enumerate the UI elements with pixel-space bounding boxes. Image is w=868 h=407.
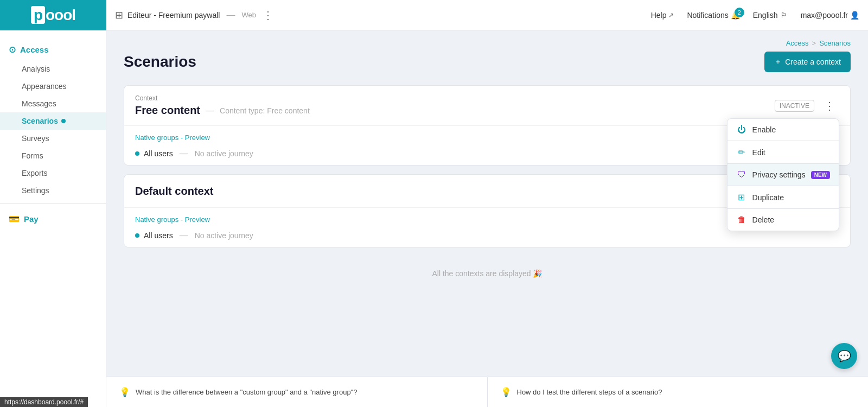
context-card-free-content: Context Free content — Content type: Fre… (124, 85, 851, 166)
sidebar-item-surveys[interactable]: Surveys (0, 130, 106, 147)
faq-text-2: How do I test the different steps of a s… (517, 388, 662, 396)
nav-right: Help ↗ Notifications 🔔 2 English 🏳 max@p… (651, 11, 859, 20)
sidebar-item-settings[interactable]: Settings (0, 182, 106, 199)
external-link-icon: ↗ (668, 11, 674, 19)
no-journey-default: No active journey (195, 231, 253, 240)
faq-item-2[interactable]: 💡 How do I test the different steps of a… (488, 377, 869, 407)
breadcrumb: Access > Scenarios (124, 30, 851, 52)
sidebar-header-pay[interactable]: 💳 Pay (0, 208, 106, 230)
dropdown-privacy[interactable]: 🛡 Privacy settings NEW (727, 164, 839, 186)
sidebar-item-analysis[interactable]: Analysis (0, 60, 106, 78)
user-avatar-icon: 👤 (850, 11, 859, 20)
main-content: Access > Scenarios Scenarios ＋ Create a … (106, 30, 868, 407)
sidebar-analysis-label: Analysis (22, 65, 50, 73)
sidebar-pay-label: Pay (24, 214, 39, 224)
sidebar-settings-label: Settings (22, 186, 49, 195)
sidebar-item-messages[interactable]: Messages (0, 95, 106, 112)
active-dot (61, 119, 66, 123)
status-url: https://dashboard.poool.fr/# (4, 398, 84, 406)
sidebar-item-scenarios[interactable]: Scenarios (0, 112, 106, 130)
breadcrumb-access[interactable]: Access (786, 39, 809, 47)
language-label: English (753, 11, 778, 20)
native-groups-link-free[interactable]: Native groups - Preview (135, 133, 210, 142)
faq-bulb-2: 💡 (501, 387, 512, 397)
faq-text-1: What is the difference between a "custom… (136, 388, 357, 396)
sidebar-divider (0, 204, 106, 204)
user-label-free: All users (144, 149, 173, 158)
sidebar-item-forms[interactable]: Forms (0, 147, 106, 164)
logo[interactable]: poool (0, 0, 106, 30)
page-title: Scenarios (124, 53, 196, 71)
user-label-default: All users (144, 231, 173, 240)
breadcrumb-current: Scenarios (819, 39, 851, 47)
no-journey-free: No active journey (195, 149, 253, 158)
help-label: Help (651, 11, 667, 20)
user-email: max@poool.fr (801, 11, 848, 20)
chat-icon: 💬 (838, 349, 851, 363)
pay-icon: 💳 (9, 214, 20, 224)
context-type-free: Content type: Free content (220, 106, 310, 115)
access-icon: ⊙ (9, 44, 16, 55)
dropdown-enable-label: Enable (752, 125, 776, 134)
inactive-badge: INACTIVE (775, 100, 814, 112)
chat-button[interactable]: 💬 (831, 343, 857, 369)
context-name-free: Free content (135, 104, 200, 117)
dropdown-privacy-label: Privacy settings (752, 170, 806, 179)
language-selector[interactable]: English 🏳 (753, 11, 788, 20)
dropdown-edit-label: Edit (752, 148, 765, 157)
user-dot-default (135, 233, 139, 238)
dropdown-enable[interactable]: ⏻ Enable (727, 119, 839, 141)
notifications-label: Notifications (687, 11, 728, 20)
notifications-button[interactable]: Notifications 🔔 2 (687, 11, 739, 20)
pencil-icon: ✏ (736, 147, 747, 157)
notifications-badge: 2 (735, 8, 744, 17)
status-bar: https://dashboard.poool.fr/# (0, 397, 88, 407)
plus-icon: ＋ (774, 57, 782, 67)
editor-title: Editeur - Freemium paywall (127, 11, 220, 20)
sidebar-item-exports[interactable]: Exports (0, 164, 106, 182)
sidebar-header-access[interactable]: ⊙ Access (0, 39, 106, 60)
more-options-icon[interactable]: ⋮ (263, 9, 273, 22)
all-contexts-displayed: All the contexts are displayed 🎉 (124, 256, 851, 291)
context-title-row-free: Free content — Content type: Free conten… (135, 104, 310, 117)
user-menu[interactable]: max@poool.fr 👤 (801, 11, 859, 20)
faq-item-1[interactable]: 💡 What is the difference between a "cust… (106, 377, 488, 407)
flag-icon: 🏳 (780, 11, 788, 20)
dropdown-delete[interactable]: 🗑 Delete (727, 209, 839, 231)
sidebar-access-label: Access (20, 45, 49, 54)
shield-icon: 🛡 (736, 170, 747, 180)
logo-rest: oool (46, 7, 75, 23)
help-button[interactable]: Help ↗ (651, 11, 674, 20)
breadcrumb-sep: > (812, 39, 816, 47)
grid-icon[interactable]: ⊞ (115, 9, 123, 21)
context-more-button[interactable]: ⋮ (820, 98, 839, 113)
editor-sep: — (226, 10, 235, 20)
new-badge: NEW (811, 171, 830, 179)
user-sep-free: — (180, 149, 188, 158)
create-btn-label: Create a context (785, 58, 841, 66)
context-sep-free: — (206, 106, 214, 116)
editor-platform: Web (241, 11, 256, 19)
user-sep-default: — (180, 231, 188, 240)
trash-icon: 🗑 (736, 215, 747, 225)
native-groups-link-default[interactable]: Native groups - Preview (135, 215, 210, 224)
dropdown-delete-label: Delete (752, 215, 774, 224)
layout: ⊙ Access Analysis Appearances Messages S… (0, 30, 868, 407)
page-header: Scenarios ＋ Create a context (124, 52, 851, 72)
sidebar-item-appearances[interactable]: Appearances (0, 78, 106, 95)
context-title-row-default: Default context (135, 185, 213, 198)
top-navigation: poool ⊞ Editeur - Freemium paywall — Web… (0, 0, 868, 30)
sidebar-exports-label: Exports (22, 169, 47, 177)
context-header-right-free: INACTIVE ⋮ (775, 98, 839, 113)
nav-center: ⊞ Editeur - Freemium paywall — Web ⋮ (115, 9, 651, 22)
context-name-default: Default context (135, 185, 213, 198)
dropdown-duplicate[interactable]: ⊞ Duplicate (727, 186, 839, 208)
sidebar: ⊙ Access Analysis Appearances Messages S… (0, 30, 106, 407)
create-context-button[interactable]: ＋ Create a context (764, 52, 851, 72)
logo-p: p (31, 6, 45, 24)
faq-bar: 💡 What is the difference between a "cust… (106, 377, 868, 407)
dropdown-edit[interactable]: ✏ Edit (727, 141, 839, 163)
sidebar-messages-label: Messages (22, 99, 56, 108)
copy-icon: ⊞ (736, 192, 747, 202)
sidebar-appearances-label: Appearances (22, 82, 67, 91)
